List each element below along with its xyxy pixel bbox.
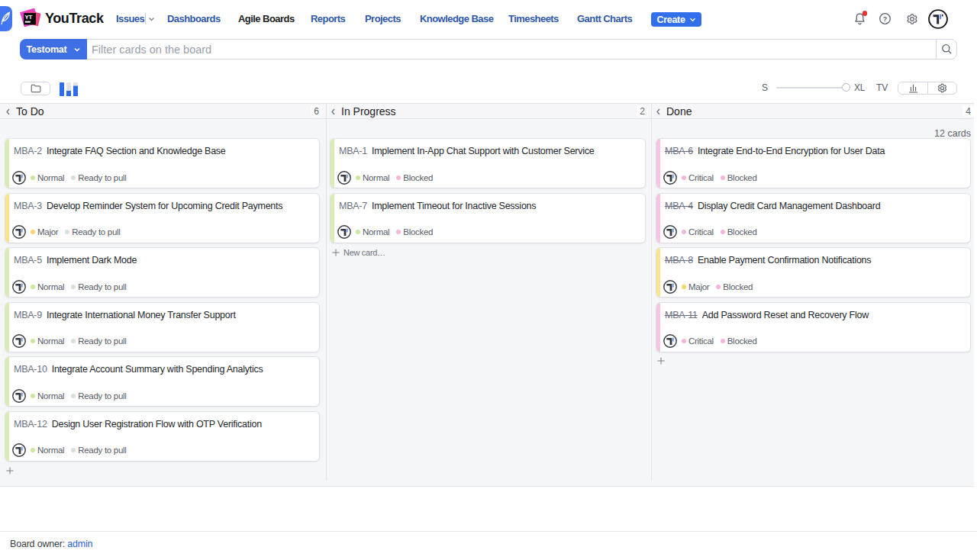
svg-text:YT: YT (25, 14, 33, 21)
svg-text:?: ? (883, 15, 888, 23)
